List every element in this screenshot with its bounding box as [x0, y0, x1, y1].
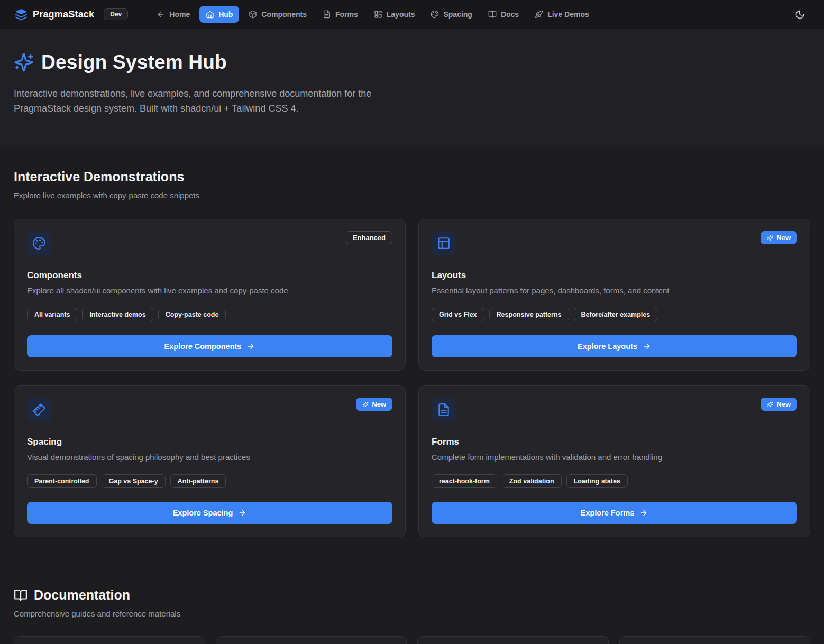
demo-card-components: Enhanced Components Explore all shadcn/u… — [14, 219, 406, 371]
nav-item-layouts[interactable]: Layouts — [368, 6, 422, 23]
palette-icon — [27, 231, 51, 255]
explore-components-button[interactable]: Explore Components — [27, 335, 392, 357]
button-label: Explore Components — [164, 342, 242, 351]
nav-label: Spacing — [443, 10, 472, 19]
tag: Interactive demos — [82, 308, 153, 321]
explore-layouts-button[interactable]: Explore Layouts — [432, 335, 797, 357]
explore-spacing-button[interactable]: Explore Spacing — [27, 502, 392, 524]
nav-item-forms[interactable]: Forms — [316, 6, 364, 23]
sparkles-icon — [767, 401, 773, 408]
badge-label: New — [372, 400, 386, 408]
card-description: Complete form implementations with valid… — [432, 453, 797, 462]
tag: Zod validation — [502, 474, 562, 488]
nav-item-live-demos[interactable]: Live Demos — [528, 6, 596, 23]
brand[interactable]: PragmaStack — [15, 8, 94, 21]
nav-item-home[interactable]: Home — [150, 6, 196, 23]
doc-card-quick-start[interactable]: Quick Start 5-minute crash course — [14, 636, 205, 644]
top-navbar: PragmaStack Dev Home Hub Components Form… — [0, 0, 824, 29]
tag: Parent-controlled — [27, 474, 97, 488]
brand-name: PragmaStack — [33, 9, 94, 20]
badge-label: New — [776, 400, 791, 408]
status-badge: New — [761, 231, 797, 244]
book-open-icon — [488, 10, 497, 19]
theme-toggle-button[interactable] — [791, 5, 809, 24]
home-icon — [206, 10, 214, 19]
arrow-right-icon — [639, 509, 648, 517]
doc-card-ai-guidelines[interactable]: AI Guidelines Rules for AI code generati… — [417, 636, 609, 644]
sparkles-icon — [362, 401, 369, 408]
rocket-icon — [535, 10, 543, 19]
book-open-icon — [14, 588, 28, 602]
tag-row: Grid vs Flex Responsive patterns Before/… — [432, 308, 797, 321]
page-title: Design System Hub — [41, 51, 227, 73]
demos-heading: Interactive Demonstrations — [14, 169, 810, 185]
demo-card-grid: Enhanced Components Explore all shadcn/u… — [14, 219, 810, 537]
panels-top-left-icon — [432, 231, 456, 255]
nav-label: Components — [261, 10, 307, 19]
file-text-icon — [323, 10, 331, 19]
tag-row: Parent-controlled Gap vs Space-y Anti-pa… — [27, 474, 392, 488]
nav-item-docs[interactable]: Docs — [482, 6, 525, 23]
arrow-left-icon — [157, 10, 165, 19]
tag: Before/after examples — [574, 308, 658, 321]
docs-subheading: Comprehensive guides and reference mater… — [14, 609, 810, 618]
status-badge: New — [761, 398, 797, 411]
layers-logo-icon — [15, 8, 28, 21]
docs-card-grid: Quick Start 5-minute crash course Comple… — [14, 636, 810, 644]
main-content: Interactive Demonstrations Explore live … — [0, 148, 824, 644]
demo-card-layouts: New Layouts Essential layout patterns fo… — [418, 219, 810, 371]
status-badge: New — [356, 398, 392, 411]
card-description: Essential layout patterns for pages, das… — [432, 286, 797, 295]
tag: Grid vs Flex — [432, 308, 484, 321]
nav-item-hub[interactable]: Hub — [199, 6, 239, 23]
button-label: Explore Spacing — [173, 509, 233, 517]
tag-row: All variants Interactive demos Copy-past… — [27, 308, 392, 321]
tag: react-hook-form — [432, 474, 497, 488]
demos-subheading: Explore live examples with copy-paste co… — [14, 191, 810, 200]
card-description: Explore all shadcn/ui components with li… — [27, 286, 392, 295]
tag: Responsive patterns — [489, 308, 569, 321]
layout-dashboard-icon — [374, 10, 382, 19]
tag-row: react-hook-form Zod validation Loading s… — [432, 474, 797, 488]
documentation-section: Documentation Comprehensive guides and r… — [14, 587, 810, 644]
file-text-icon — [432, 398, 456, 422]
tag: All variants — [27, 308, 77, 321]
tag: Copy-paste code — [158, 308, 226, 321]
page-subtitle: Interactive demonstrations, live example… — [14, 86, 408, 116]
doc-card-quick-reference[interactable]: Quick Reference Cheat sheet for lookups — [619, 636, 811, 644]
nav-label: Layouts — [387, 10, 415, 19]
status-badge: Enhanced — [346, 231, 392, 244]
arrow-right-icon — [238, 509, 246, 517]
badge-label: New — [776, 234, 791, 242]
nav-label: Docs — [501, 10, 519, 19]
nav-label: Forms — [335, 10, 358, 19]
tag: Anti-patterns — [170, 474, 226, 488]
hero-section: Design System Hub Interactive demonstrat… — [0, 29, 824, 148]
doc-card-complete-documentation[interactable]: Complete Documentation Full design syste… — [216, 636, 407, 644]
card-title: Spacing — [27, 437, 392, 447]
main-nav: Home Hub Components Forms Layouts Spacin… — [150, 6, 786, 23]
env-badge: Dev — [104, 8, 128, 20]
arrow-right-icon — [246, 342, 255, 351]
nav-label: Live Demos — [547, 10, 589, 19]
nav-item-components[interactable]: Components — [242, 6, 313, 23]
demo-card-forms: New Forms Complete form implementations … — [418, 385, 810, 537]
explore-forms-button[interactable]: Explore Forms — [432, 502, 797, 524]
nav-item-spacing[interactable]: Spacing — [424, 6, 478, 23]
ruler-icon — [27, 398, 51, 422]
demo-card-spacing: New Spacing Visual demonstrations of spa… — [14, 385, 406, 537]
palette-icon — [431, 10, 439, 19]
arrow-right-icon — [643, 342, 651, 351]
box-icon — [249, 10, 257, 19]
card-title: Components — [27, 270, 392, 281]
button-label: Explore Forms — [581, 509, 635, 517]
card-title: Layouts — [432, 270, 797, 281]
section-divider — [14, 562, 810, 562]
tag: Gap vs Space-y — [102, 474, 166, 488]
sparkles-icon — [767, 235, 773, 241]
sparkles-icon — [14, 52, 34, 72]
tag: Loading states — [566, 474, 628, 488]
card-description: Visual demonstrations of spacing philoso… — [27, 453, 392, 462]
card-title: Forms — [432, 437, 797, 447]
docs-heading: Documentation — [34, 587, 130, 603]
